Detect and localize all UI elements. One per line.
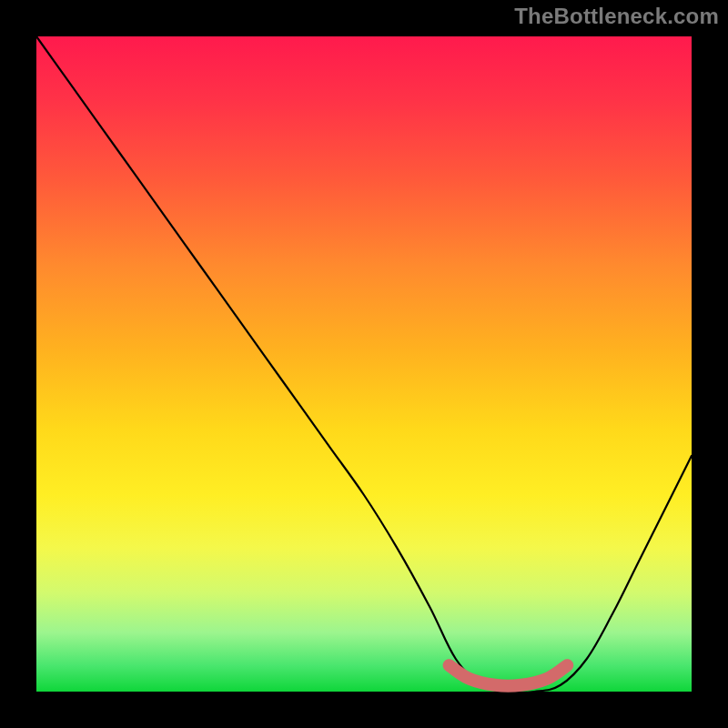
optimal-range-highlight bbox=[450, 665, 568, 686]
bottleneck-curve bbox=[36, 36, 692, 693]
plot-area bbox=[36, 36, 692, 692]
chart-frame: TheBottleneck.com bbox=[0, 0, 728, 728]
plot-svg bbox=[36, 36, 692, 692]
watermark-text: TheBottleneck.com bbox=[514, 4, 719, 29]
